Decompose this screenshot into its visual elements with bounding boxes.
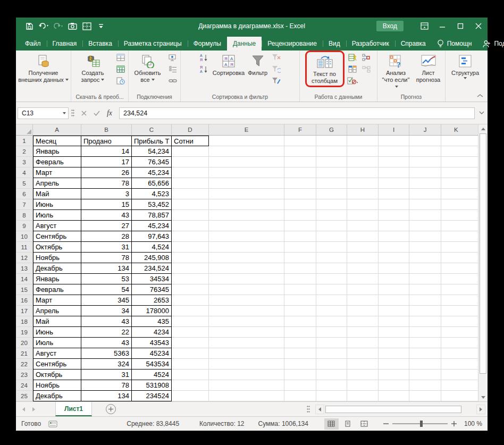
cell[interactable] — [379, 231, 409, 242]
page-layout-view-button[interactable] — [341, 418, 355, 430]
maximize-button[interactable] — [451, 18, 469, 35]
cell[interactable] — [284, 359, 316, 370]
row-header[interactable]: 24 — [16, 380, 33, 391]
cell[interactable] — [209, 210, 284, 221]
cell[interactable] — [284, 136, 316, 146]
share-button[interactable]: Поделиться — [477, 40, 504, 48]
row-header[interactable]: 12 — [16, 253, 33, 263]
cell[interactable] — [172, 263, 209, 274]
cell[interactable] — [316, 274, 347, 284]
cell[interactable] — [379, 295, 409, 306]
cell[interactable]: 234,524 — [132, 263, 172, 274]
cell[interactable] — [379, 380, 409, 391]
cell[interactable] — [316, 295, 347, 306]
cell[interactable]: 65,656 — [132, 178, 172, 189]
cell[interactable] — [172, 221, 209, 231]
cell[interactable] — [172, 242, 209, 253]
cell[interactable] — [441, 199, 478, 210]
cell[interactable] — [316, 327, 347, 338]
cell[interactable] — [441, 242, 478, 253]
recent-sources-button[interactable] — [115, 76, 127, 86]
cell[interactable]: Июль — [33, 338, 81, 348]
sort-descending-button[interactable]: ЯА — [198, 64, 210, 74]
cell[interactable] — [379, 221, 409, 231]
cell[interactable]: 15 — [81, 199, 132, 210]
cell[interactable] — [379, 189, 409, 199]
cell[interactable]: 245,908 — [132, 253, 172, 263]
cell[interactable] — [172, 348, 209, 359]
clear-filter-button[interactable] — [270, 53, 282, 62]
cell[interactable] — [441, 157, 478, 167]
undo-button[interactable] — [37, 20, 51, 32]
cell[interactable]: Продано — [81, 136, 132, 146]
cell[interactable] — [209, 316, 284, 327]
cell[interactable] — [284, 167, 316, 178]
structure-button[interactable]: Структура — [450, 51, 481, 79]
scroll-right-button[interactable] — [476, 405, 485, 414]
add-sheet-button[interactable] — [106, 404, 116, 414]
cell[interactable]: Февраль — [33, 157, 81, 167]
cancel-button[interactable] — [78, 108, 90, 119]
tab-file[interactable]: Файл — [19, 37, 47, 51]
cell[interactable] — [316, 146, 347, 157]
tab-view[interactable]: Вид — [323, 37, 346, 51]
cell[interactable] — [316, 242, 347, 253]
tab-formulas[interactable]: Формулы — [188, 37, 227, 51]
formula-bar-grip[interactable] — [71, 109, 74, 117]
cell[interactable] — [347, 167, 379, 178]
cell[interactable]: 78 — [81, 253, 132, 263]
cell[interactable] — [172, 391, 209, 401]
cell[interactable]: 178000 — [132, 306, 172, 316]
cell[interactable] — [379, 338, 409, 348]
column-header[interactable]: H — [347, 124, 379, 135]
column-header[interactable]: K — [441, 124, 478, 135]
cell[interactable] — [316, 370, 347, 380]
cell[interactable] — [441, 167, 478, 178]
cell[interactable] — [409, 284, 441, 295]
cell[interactable]: Прибыль Т — [132, 136, 172, 146]
cell[interactable] — [172, 284, 209, 295]
cell[interactable] — [379, 136, 409, 146]
cell[interactable] — [209, 284, 284, 295]
cell[interactable] — [441, 348, 478, 359]
cell[interactable] — [347, 391, 379, 401]
column-header[interactable]: C — [132, 124, 172, 135]
collapse-ribbon-button[interactable] — [477, 90, 483, 100]
cell[interactable] — [209, 370, 284, 380]
cell[interactable] — [172, 157, 209, 167]
cell[interactable] — [441, 274, 478, 284]
row-header[interactable]: 19 — [16, 327, 33, 338]
cell[interactable] — [172, 178, 209, 189]
cell[interactable]: Май — [33, 316, 81, 327]
zoom-percent[interactable]: 100 % — [464, 420, 482, 427]
cell[interactable]: 435 — [132, 316, 172, 327]
cell[interactable] — [441, 370, 478, 380]
cell[interactable] — [209, 348, 284, 359]
remove-duplicates-button[interactable] — [347, 64, 358, 74]
cell[interactable] — [409, 221, 441, 231]
ribbon-display-options-button[interactable] — [415, 18, 433, 35]
cell[interactable] — [284, 242, 316, 253]
horizontal-scroll-thumb[interactable] — [325, 406, 461, 413]
cell[interactable]: 43 — [81, 210, 132, 221]
row-header[interactable]: 15 — [16, 284, 33, 295]
cell[interactable]: Октябрь — [33, 370, 81, 380]
cell[interactable] — [379, 167, 409, 178]
cell[interactable] — [347, 284, 379, 295]
cell[interactable] — [284, 338, 316, 348]
column-header[interactable]: G — [316, 124, 347, 135]
cell[interactable] — [316, 221, 347, 231]
cell[interactable] — [409, 370, 441, 380]
row-header[interactable]: 9 — [16, 221, 33, 231]
cell[interactable] — [379, 391, 409, 401]
column-header[interactable]: J — [409, 124, 441, 135]
cell[interactable]: 28 — [81, 231, 132, 242]
cell[interactable] — [379, 157, 409, 167]
row-header[interactable]: 1 — [16, 136, 33, 146]
cell[interactable] — [379, 178, 409, 189]
cell[interactable] — [409, 136, 441, 146]
cell[interactable] — [316, 359, 347, 370]
cell[interactable] — [209, 242, 284, 253]
cell[interactable] — [316, 348, 347, 359]
column-header[interactable]: A — [33, 124, 81, 135]
